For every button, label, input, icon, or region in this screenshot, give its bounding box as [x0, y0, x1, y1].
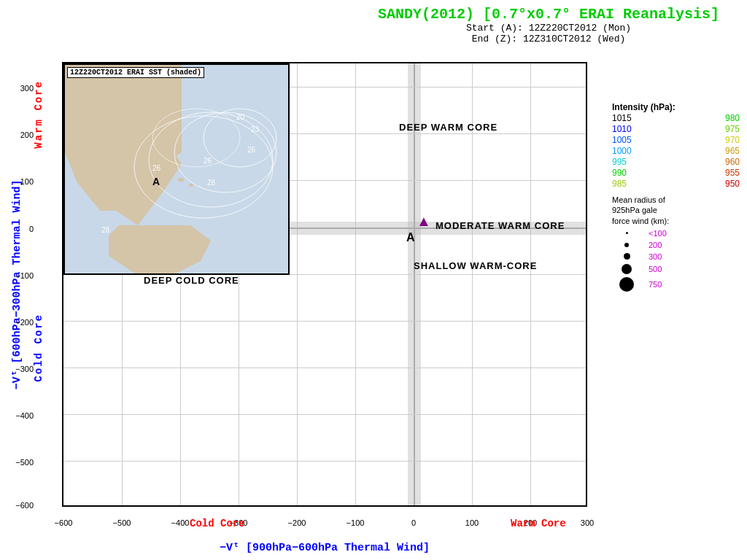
legend-wind-row: 300 [612, 252, 740, 261]
svg-text:26: 26 [247, 146, 256, 154]
gridline-v [530, 63, 531, 505]
main-container: { "title": { "sandy": "SANDY(2012) [0.7°… [0, 0, 747, 560]
y-warm-core-label: Warm Core [33, 80, 44, 149]
legend-rows: 1015980101097510059701000965995960990955… [612, 113, 740, 189]
legend-wind-row: 500 [612, 264, 740, 274]
shallow-warm-core-label: SHALLOW WARM-CORE [414, 260, 537, 271]
sst-map-title: 12Z220CT2012 ERAI SST (shaded) [67, 67, 204, 78]
legend-row: 985950 [612, 179, 740, 189]
svg-text:26: 26 [152, 164, 161, 172]
gridline-h [63, 461, 586, 462]
title-area: SANDY(2012) [0.7°x0.7° ERAI Reanalysis] … [350, 6, 747, 44]
legend-row: 995960 [612, 157, 740, 167]
gridline-h [63, 414, 586, 415]
title-end: End (Z): 12Z310CT2012 (Wed) [350, 34, 747, 44]
legend-row: 1005970 [612, 135, 740, 145]
sst-contours: 20 23 26 26 26 28 28 A [65, 65, 288, 273]
svg-point-1 [174, 112, 276, 192]
legend-row: 1000965 [612, 146, 740, 156]
title-start: Start (A): 12Z220CT2012 (Mon) [350, 23, 747, 34]
legend-wind-row: 200 [612, 241, 740, 249]
x-warm-core-label: Warm Core [511, 518, 566, 529]
legend-area: Intensity (hPa): 10159801010975100597010… [612, 102, 740, 295]
legend-row: 990955 [612, 168, 740, 178]
sst-map: 20 23 26 26 26 28 28 A 100W90W80W70W60W5… [63, 63, 290, 275]
y-axis-label: −Vᵗ [600hPa−300hPa Thermal Wind] [4, 62, 29, 507]
gridline-h [63, 321, 586, 322]
svg-point-4 [152, 109, 240, 167]
legend-row: 1010975 [612, 124, 740, 134]
intensity-title: Intensity (hPa): [612, 102, 740, 112]
legend-row: 1015980 [612, 113, 740, 123]
title-sandy: SANDY(2012) [0.7°x0.7° ERAI Reanalysis] [350, 6, 747, 23]
y-cold-core-label: Cold Core [33, 314, 44, 382]
deep-warm-core-label: DEEP WARM CORE [399, 122, 498, 133]
legend-wind-row: 750 [612, 277, 740, 292]
svg-text:A: A [152, 176, 160, 187]
gridline-v [355, 63, 356, 505]
moderate-warm-core-label: MODERATE WARM CORE [436, 220, 565, 231]
chart-area: DEEP WARM CORE MODERATE WARM CORE SHALLO… [62, 62, 587, 507]
svg-text:23: 23 [251, 125, 260, 133]
gridline-v [297, 63, 298, 505]
svg-text:28: 28 [207, 179, 216, 187]
deep-cold-core-label: DEEP COLD CORE [144, 275, 239, 286]
legend-wind-rows: <100200300500750 [612, 229, 740, 292]
gridline-h [63, 368, 586, 368]
svg-text:20: 20 [236, 113, 245, 121]
legend-wind-row: <100 [612, 229, 740, 238]
data-point-A: ▲A [417, 213, 429, 245]
wind-title: Mean radius of925hPa galeforce wind (km)… [612, 195, 740, 226]
x-cold-core-label: Cold Core [190, 518, 245, 529]
x-axis-label: −Vᵗ [900hPa−600hPa Thermal Wind] [62, 540, 587, 554]
svg-text:26: 26 [204, 157, 212, 165]
svg-text:28: 28 [101, 226, 110, 234]
